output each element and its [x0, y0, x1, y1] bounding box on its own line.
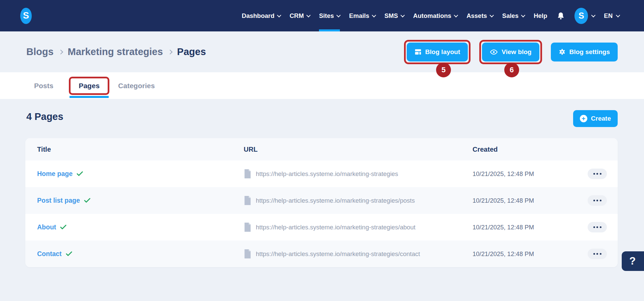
blog-settings-label: Blog settings — [569, 48, 610, 56]
chevron-down-icon — [372, 13, 376, 18]
dot-icon — [593, 253, 595, 255]
pages-table: Title URL Created Home page https://help… — [25, 138, 618, 267]
page-url: https://help-articles.systeme.io/marketi… — [256, 197, 415, 204]
column-header-title: Title — [37, 146, 244, 153]
nav-item-sales[interactable]: Sales — [502, 0, 524, 31]
nav-item-help[interactable]: Help — [534, 0, 547, 31]
chevron-down-icon — [337, 13, 341, 18]
column-header-url: URL — [244, 146, 473, 153]
chevron-down-icon — [306, 13, 311, 18]
breadcrumb-blogs[interactable]: Blogs — [26, 46, 54, 57]
pages-list-section: 4 Pages + Create Title URL Created Home … — [0, 99, 644, 301]
page-url: https://help-articles.systeme.io/marketi… — [256, 250, 420, 258]
page-file-icon — [244, 169, 251, 178]
dot-icon — [600, 253, 601, 255]
nav-item-sms[interactable]: SMS — [384, 0, 404, 31]
nav-item-automations[interactable]: Automations — [413, 0, 457, 31]
published-check-icon — [83, 197, 91, 204]
dot-icon — [600, 173, 601, 175]
language-label: EN — [604, 12, 613, 20]
nav-item-sites[interactable]: Sites — [319, 0, 340, 31]
page-title: 4 Pages — [26, 111, 63, 122]
row-actions-button[interactable] — [588, 249, 607, 259]
chevron-down-icon — [521, 13, 526, 18]
nav-item-label: Sites — [319, 12, 334, 20]
dot-icon — [596, 200, 598, 201]
view-blog-label: View blog — [502, 48, 531, 56]
page-link[interactable]: Contact — [37, 250, 62, 258]
gear-icon — [559, 48, 566, 55]
plus-icon: + — [580, 115, 587, 122]
nav-item-label: SMS — [384, 12, 398, 20]
language-selector[interactable]: EN — [604, 12, 619, 20]
nav-item-dashboard[interactable]: Dashboard — [242, 0, 280, 31]
breadcrumb-separator-icon — [58, 49, 63, 54]
dot-icon — [593, 173, 595, 175]
badge-number: 5 — [441, 66, 446, 74]
badge-number: 6 — [510, 66, 514, 74]
title-cell: Post list page — [37, 197, 244, 204]
table-row: Contact https://help-articles.systeme.io… — [25, 241, 618, 267]
nav-item-label: CRM — [290, 12, 304, 20]
column-header-created: Created — [473, 146, 588, 153]
dot-icon — [593, 200, 595, 201]
header-actions: Blog layout View blog Blog settings — [404, 40, 618, 64]
notifications-button[interactable] — [557, 0, 565, 31]
eye-icon — [490, 48, 498, 56]
nav-item-label: Sales — [502, 12, 518, 20]
systeme-logo[interactable]: S — [20, 8, 32, 24]
row-actions-button[interactable] — [588, 195, 607, 206]
chevron-down-icon — [277, 13, 281, 18]
nav-item-label: Help — [534, 12, 547, 20]
annotation-box-view-blog: View blog — [479, 40, 542, 64]
dot-icon — [593, 226, 595, 228]
support-help-button[interactable]: ? — [622, 251, 644, 271]
chevron-down-icon — [401, 13, 405, 18]
page-url: https://help-articles.systeme.io/marketi… — [256, 170, 398, 178]
title-cell: Home page — [37, 170, 244, 178]
breadcrumb-blog-name[interactable]: Marketing strategies — [68, 46, 163, 57]
tab-posts[interactable]: Posts — [34, 82, 53, 90]
chevron-down-icon — [616, 13, 620, 18]
title-cell: About — [37, 223, 244, 231]
blog-settings-button[interactable]: Blog settings — [551, 43, 618, 61]
url-cell: https://help-articles.systeme.io/marketi… — [244, 249, 473, 258]
view-blog-button[interactable]: View blog — [482, 43, 539, 61]
logo-letter: S — [23, 10, 29, 21]
created-date: 10/21/2025, 12:48 PM — [473, 197, 588, 204]
page-header: Blogs Marketing strategies Pages Blog la… — [0, 31, 644, 72]
account-menu[interactable]: S — [574, 8, 594, 24]
blog-tabs: Posts Pages Categories — [0, 72, 644, 99]
breadcrumb-separator-icon — [168, 49, 172, 54]
avatar-letter: S — [579, 11, 584, 21]
row-actions-button[interactable] — [588, 222, 607, 232]
question-mark-icon: ? — [629, 255, 636, 267]
annotation-box-pages-tab: Pages — [69, 77, 109, 95]
published-check-icon — [59, 223, 67, 231]
nav-menu: Dashboard CRM Sites Emails SMS Automatio… — [242, 0, 619, 31]
dot-icon — [596, 253, 598, 255]
create-button[interactable]: + Create — [573, 110, 618, 127]
nav-item-assets[interactable]: Assets — [466, 0, 493, 31]
table-row: Post list page https://help-articles.sys… — [25, 187, 618, 214]
page-link[interactable]: About — [37, 223, 56, 231]
create-label: Create — [591, 115, 611, 122]
dot-icon — [596, 226, 598, 228]
page-link[interactable]: Post list page — [37, 197, 80, 204]
page-link[interactable]: Home page — [37, 170, 73, 178]
annotation-badge-5: 5 — [436, 62, 451, 77]
blog-layout-label: Blog layout — [425, 48, 460, 56]
row-actions-button[interactable] — [588, 169, 607, 179]
dot-icon — [596, 173, 598, 175]
created-date: 10/21/2025, 12:48 PM — [473, 170, 588, 178]
chevron-down-icon — [489, 13, 494, 18]
dot-icon — [600, 226, 601, 228]
url-cell: https://help-articles.systeme.io/marketi… — [244, 223, 473, 232]
blog-layout-button[interactable]: Blog layout — [407, 43, 468, 61]
nav-item-crm[interactable]: CRM — [290, 0, 310, 31]
page-file-icon — [244, 223, 251, 232]
nav-item-emails[interactable]: Emails — [349, 0, 375, 31]
tab-categories[interactable]: Categories — [118, 82, 155, 90]
chevron-down-icon — [591, 13, 596, 18]
tab-pages[interactable]: Pages — [79, 82, 100, 90]
